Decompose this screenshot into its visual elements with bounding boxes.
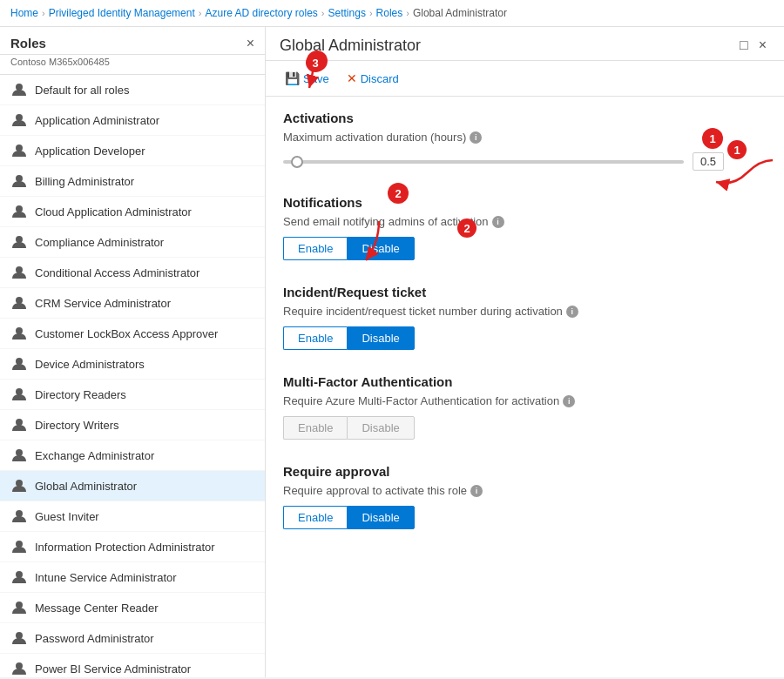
svg-point-15 <box>16 541 23 548</box>
activation-duration-slider[interactable] <box>283 160 684 164</box>
person-icon <box>10 355 28 373</box>
incident-section: Incident/Request ticket Require incident… <box>283 285 767 350</box>
role-label-10: Directory Readers <box>35 388 126 401</box>
activations-desc: Maximum activation duration (hours) i <box>283 131 767 144</box>
svg-point-6 <box>16 266 23 273</box>
role-label-2: Application Developer <box>35 145 145 158</box>
role-label-13: Global Administrator <box>35 480 137 493</box>
role-label-3: Billing Administrator <box>35 175 134 188</box>
incident-disable-button[interactable]: Disable <box>347 326 414 350</box>
incident-info-icon[interactable]: i <box>566 306 578 318</box>
sidebar-item-2[interactable]: Application Developer <box>0 136 265 166</box>
sidebar-item-0[interactable]: Default for all roles <box>0 75 265 105</box>
sidebar-item-14[interactable]: Guest Inviter <box>0 501 265 532</box>
incident-toggle: Enable Disable <box>283 326 767 350</box>
panel-title: Global Administrator <box>280 37 421 55</box>
notifications-info-icon[interactable]: i <box>492 216 504 228</box>
discard-icon: ✕ <box>347 71 357 85</box>
person-icon <box>10 111 28 129</box>
person-icon <box>10 416 28 434</box>
sidebar-item-8[interactable]: Customer LockBox Access Approver <box>0 319 265 349</box>
svg-point-2 <box>16 145 23 151</box>
sidebar-item-15[interactable]: Information Protection Administrator <box>0 532 265 562</box>
svg-point-8 <box>16 327 23 334</box>
annotation-3: 3 <box>307 50 328 71</box>
mfa-info-icon[interactable]: i <box>563 395 575 407</box>
sidebar-item-7[interactable]: CRM Service Administrator <box>0 288 265 319</box>
person-icon <box>10 599 28 616</box>
svg-point-5 <box>16 236 23 243</box>
approval-disable-button[interactable]: Disable <box>347 506 414 529</box>
mfa-section: Multi-Factor Authentication Require Azur… <box>283 374 767 440</box>
svg-point-9 <box>16 358 23 365</box>
sidebar-item-5[interactable]: Compliance Administrator <box>0 227 265 258</box>
role-label-0: Default for all roles <box>35 84 129 97</box>
svg-point-4 <box>16 205 23 212</box>
sidebar-item-1[interactable]: Application Administrator <box>0 105 265 136</box>
sidebar-item-9[interactable]: Device Administrators <box>0 349 265 380</box>
person-icon <box>10 660 28 677</box>
sidebar-close-button[interactable]: × <box>247 37 254 50</box>
sidebar-item-4[interactable]: Cloud Application Administrator <box>0 197 265 227</box>
approval-title: Require approval <box>283 464 767 479</box>
role-label-6: Conditional Access Administrator <box>35 266 199 279</box>
mfa-disable-button[interactable]: Disable <box>347 416 414 440</box>
sidebar-item-10[interactable]: Directory Readers <box>0 380 265 410</box>
sidebar-item-13[interactable]: Global Administrator <box>0 471 265 501</box>
approval-enable-button[interactable]: Enable <box>283 506 347 529</box>
activations-duration-label: Maximum activation duration (hours) <box>283 131 466 144</box>
svg-point-1 <box>16 114 23 121</box>
activations-info-icon[interactable]: i <box>470 131 482 144</box>
role-label-12: Exchange Administrator <box>35 449 154 462</box>
sidebar-item-11[interactable]: Directory Writers <box>0 410 265 440</box>
role-label-4: Cloud Application Administrator <box>35 205 192 218</box>
breadcrumb-home[interactable]: Home <box>10 7 38 19</box>
panel-body: Activations Maximum activation duration … <box>266 97 784 677</box>
role-label-16: Intune Service Administrator <box>35 571 177 584</box>
svg-point-13 <box>16 480 23 487</box>
breadcrumb-settings[interactable]: Settings <box>328 7 366 19</box>
sidebar-item-18[interactable]: Password Administrator <box>0 623 265 654</box>
person-icon <box>10 386 28 403</box>
sidebar-item-12[interactable]: Exchange Administrator <box>0 440 265 471</box>
approval-toggle: Enable Disable <box>283 506 767 529</box>
person-icon <box>10 447 28 464</box>
panel-header: Global Administrator □ × <box>266 27 784 61</box>
person-icon <box>10 538 28 555</box>
breadcrumb-aad[interactable]: Azure AD directory roles <box>205 7 317 19</box>
sidebar-item-17[interactable]: Message Center Reader <box>0 593 265 623</box>
sidebar-list: Default for all roles Application Admini… <box>0 75 265 677</box>
approval-section: Require approval Require approval to act… <box>283 464 767 529</box>
incident-enable-button[interactable]: Enable <box>283 326 347 350</box>
panel-maximize-button[interactable]: □ <box>736 36 752 55</box>
sidebar-item-3[interactable]: Billing Administrator <box>0 166 265 197</box>
svg-point-12 <box>16 449 23 456</box>
mfa-enable-button[interactable]: Enable <box>283 416 347 440</box>
sidebar-header: Roles × <box>0 27 265 55</box>
svg-point-11 <box>16 419 23 426</box>
annotation-2: 2 <box>388 183 409 204</box>
mfa-desc-text: Require Azure Multi-Factor Authenticatio… <box>283 394 559 407</box>
discard-button[interactable]: ✕ Discard <box>341 68 404 89</box>
incident-desc: Require incident/request ticket number d… <box>283 305 767 318</box>
notifications-disable-button[interactable]: Disable <box>347 237 414 260</box>
save-button[interactable]: 💾 Save <box>280 68 335 89</box>
panel-header-actions: □ × <box>736 36 770 55</box>
sidebar-item-19[interactable]: Power BI Service Administrator <box>0 654 265 677</box>
breadcrumb-pim[interactable]: Privileged Identity Management <box>49 7 195 19</box>
panel-close-button[interactable]: × <box>755 36 770 55</box>
activations-title: Activations <box>283 111 767 125</box>
notifications-toggle: Enable Disable <box>283 237 767 260</box>
sidebar-item-16[interactable]: Intune Service Administrator <box>0 562 265 593</box>
sidebar-item-6[interactable]: Conditional Access Administrator <box>0 258 265 288</box>
approval-info-icon[interactable]: i <box>470 485 483 497</box>
notifications-section: 2 Notifications Send email notifying adm… <box>283 195 767 260</box>
breadcrumb-roles[interactable]: Roles <box>376 7 403 19</box>
svg-point-0 <box>16 84 23 91</box>
svg-point-18 <box>16 632 23 639</box>
role-label-15: Information Protection Administrator <box>35 541 215 554</box>
role-label-7: CRM Service Administrator <box>35 297 171 310</box>
svg-point-7 <box>16 297 23 304</box>
person-icon <box>10 629 28 647</box>
notifications-enable-button[interactable]: Enable <box>283 237 347 260</box>
